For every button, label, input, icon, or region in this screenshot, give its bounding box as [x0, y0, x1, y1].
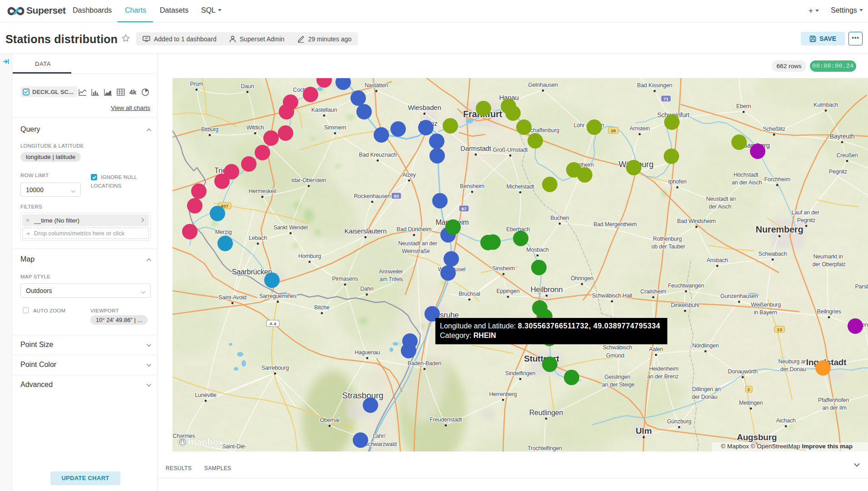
- svg-text:Ansbach: Ansbach: [706, 257, 728, 263]
- svg-text:Saarbrücken: Saarbrücken: [232, 268, 272, 276]
- svg-text:Bad Mergentheim: Bad Mergentheim: [593, 221, 637, 228]
- svg-text:Haguenau: Haguenau: [355, 349, 380, 356]
- svg-text:Lebach: Lebach: [249, 235, 267, 241]
- svg-text:Bitche: Bitche: [314, 304, 330, 311]
- svg-text:Aalen: Aalen: [649, 346, 663, 352]
- svg-text:Bayreuth: Bayreuth: [830, 133, 854, 140]
- svg-text:Gunzenhausen: Gunzenhausen: [720, 293, 758, 299]
- svg-text:der Donau: der Donau: [692, 394, 718, 400]
- svg-text:Dahn: Dahn: [360, 286, 373, 292]
- svg-text:Bad Windsheim: Bad Windsheim: [677, 218, 716, 224]
- svg-text:Forchheim: Forchheim: [764, 176, 790, 183]
- svg-text:Schwarzwald: Schwarzwald: [364, 441, 397, 447]
- svg-text:Sarreguemines: Sarreguemines: [259, 293, 296, 299]
- svg-text:Beilngries: Beilngries: [817, 308, 841, 315]
- svg-text:Merzig: Merzig: [215, 229, 232, 235]
- svg-text:Sindelfingen: Sindelfingen: [505, 370, 536, 377]
- svg-text:Pegnitz: Pegnitz: [797, 217, 815, 223]
- svg-text:Saint-Avold: Saint-Avold: [218, 294, 247, 301]
- svg-text:Augsburg: Augsburg: [737, 432, 777, 442]
- svg-text:Iphofen: Iphofen: [668, 179, 687, 185]
- svg-text:Herrenberg: Herrenberg: [489, 391, 517, 397]
- svg-text:Gmünd: Gmünd: [606, 352, 624, 359]
- svg-text:mapbox: mapbox: [188, 437, 224, 447]
- svg-text:Schwäbisch: Schwäbisch: [603, 344, 632, 351]
- svg-text:Neuburg an: Neuburg an: [778, 358, 807, 365]
- svg-text:Groß-Umstadt: Groß-Umstadt: [493, 147, 528, 153]
- svg-text:Sankt Wendel: Sankt Wendel: [273, 224, 307, 231]
- svg-text:Bitburg: Bitburg: [201, 126, 218, 133]
- svg-text:Trochtelfingen: Trochtelfingen: [528, 445, 562, 451]
- svg-text:ob der Tauber: ob der Tauber: [651, 243, 685, 250]
- svg-text:Pegnitz: Pegnitz: [829, 169, 847, 175]
- svg-text:Freudenstadt: Freudenstadt: [429, 417, 462, 423]
- svg-text:Aichach: Aichach: [776, 417, 795, 424]
- svg-text:der Oberpfalz: der Oberpfalz: [812, 261, 845, 268]
- svg-text:67: 67: [462, 206, 467, 211]
- svg-text:an der Steige: an der Steige: [602, 382, 635, 388]
- svg-text:Bruchsal: Bruchsal: [459, 291, 480, 297]
- svg-text:Daun: Daun: [241, 83, 254, 89]
- svg-text:Creußen: Creußen: [836, 152, 858, 159]
- svg-text:Hermeskeil: Hermeskeil: [249, 188, 276, 194]
- svg-text:Obernai: Obernai: [320, 417, 339, 423]
- svg-text:© Mapbox © OpenStreetMap Impro: © Mapbox © OpenStreetMap Improve this ma…: [721, 443, 853, 450]
- svg-text:der Aisch: der Aisch: [709, 203, 731, 210]
- svg-text:Gelnhausen: Gelnhausen: [528, 82, 558, 88]
- svg-text:Günzburg: Günzburg: [667, 418, 691, 425]
- svg-text:Heilbronn: Heilbronn: [531, 285, 563, 294]
- svg-text:Eppingen: Eppingen: [496, 288, 519, 294]
- svg-text:Sinsheim: Sinsheim: [492, 265, 515, 272]
- svg-text:Scheßlitz: Scheßlitz: [763, 126, 785, 132]
- svg-text:A 4: A 4: [270, 321, 276, 326]
- svg-text:Bad Kreuznach: Bad Kreuznach: [359, 152, 397, 158]
- svg-text:Neustadt an: Neustadt an: [706, 196, 735, 202]
- svg-text:Ebern: Ebern: [736, 103, 751, 109]
- svg-text:Nördlingen: Nördlingen: [692, 342, 719, 349]
- svg-text:Donauwörth: Donauwörth: [728, 368, 758, 375]
- svg-text:am Trifels: am Trifels: [380, 276, 403, 283]
- svg-text:Pfaffenhofen: Pfaffenhofen: [818, 397, 849, 403]
- svg-text:Michelstadt: Michelstadt: [506, 184, 534, 190]
- svg-text:Wiesbaden: Wiesbaden: [408, 104, 441, 111]
- svg-text:Idar-Oberstein: Idar-Oberstein: [291, 177, 326, 184]
- svg-text:Sarrebourg: Sarrebourg: [261, 365, 289, 371]
- svg-text:Lunéville: Lunéville: [195, 392, 217, 398]
- svg-text:Rockenhausen: Rockenhausen: [354, 193, 391, 199]
- svg-text:an der Aisch: an der Aisch: [732, 179, 762, 186]
- svg-text:Parsberg: Parsberg: [855, 283, 868, 290]
- svg-text:Buchen: Buchen: [550, 215, 569, 221]
- svg-text:Mosbach: Mosbach: [526, 247, 549, 253]
- svg-text:Ulm: Ulm: [636, 426, 651, 436]
- svg-text:Darmstadt: Darmstadt: [460, 144, 491, 152]
- svg-text:Nastätten: Nastätten: [365, 82, 388, 89]
- svg-text:Dillingen an: Dillingen an: [692, 386, 721, 392]
- svg-text:Kulmbach: Kulmbach: [814, 102, 838, 108]
- svg-text:Nuremberg: Nuremberg: [756, 224, 804, 234]
- svg-text:Lauf an der: Lauf an der: [791, 209, 819, 216]
- svg-text:Geislingen: Geislingen: [604, 374, 630, 380]
- svg-text:der Donau: der Donau: [780, 366, 806, 372]
- svg-text:Strasbourg: Strasbourg: [342, 391, 384, 400]
- svg-text:Bad Kissingen: Bad Kissingen: [637, 82, 672, 89]
- svg-text:Baden-Baden: Baden-Baden: [408, 360, 442, 367]
- svg-text:Rothenburg: Rothenburg: [653, 236, 682, 242]
- svg-text:an der Ilm: an der Ilm: [822, 405, 847, 411]
- svg-text:Wittlich: Wittlich: [247, 124, 264, 131]
- svg-text:Crailsheim: Crailsheim: [640, 288, 666, 295]
- svg-text:Arnstein: Arnstein: [630, 125, 650, 132]
- svg-text:an der Brenz: an der Brenz: [647, 373, 678, 380]
- svg-text:Feuchtwangen: Feuchtwangen: [668, 283, 704, 289]
- svg-text:Lahr/: Lahr/: [373, 433, 385, 439]
- svg-text:26: 26: [611, 128, 616, 133]
- svg-text:Neumarkt in: Neumarkt in: [813, 253, 843, 260]
- svg-text:Bensheim: Bensheim: [460, 183, 484, 189]
- svg-text:Reutlingen: Reutlingen: [529, 409, 563, 417]
- svg-text:Weißenburg: Weißenburg: [751, 302, 781, 308]
- svg-text:Neustadt an der: Neustadt an der: [398, 240, 437, 247]
- svg-text:2: 2: [747, 387, 750, 392]
- svg-text:Kastellaun: Kastellaun: [311, 107, 337, 113]
- svg-text:71: 71: [664, 96, 669, 101]
- svg-text:Annweiler: Annweiler: [379, 268, 403, 275]
- svg-text:Alzey: Alzey: [402, 172, 416, 178]
